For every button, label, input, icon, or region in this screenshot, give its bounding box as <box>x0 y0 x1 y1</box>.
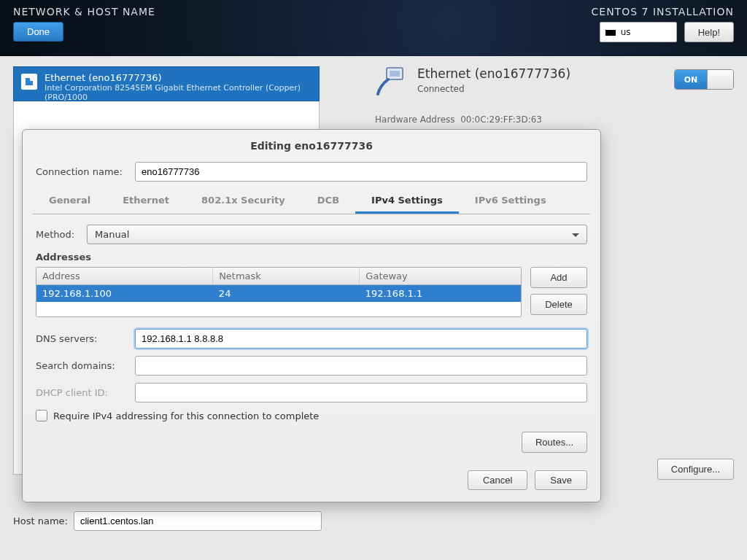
tab-ipv4[interactable]: IPv4 Settings <box>355 189 459 214</box>
interface-title: Ethernet (eno16777736) <box>44 72 311 83</box>
install-title: CENTOS 7 INSTALLATION <box>592 6 734 18</box>
col-address: Address <box>36 268 213 284</box>
hostname-input[interactable] <box>74 511 322 531</box>
dialog-title: Editing eno16777736 <box>36 140 587 152</box>
tab-dcb[interactable]: DCB <box>301 189 355 214</box>
edit-connection-dialog: Editing eno16777736 Connection name: Gen… <box>22 129 601 502</box>
addresses-header: Address Netmask Gateway <box>36 268 521 285</box>
save-button[interactable]: Save <box>535 470 587 490</box>
dialog-tabs: General Ethernet 802.1x Security DCB IPv… <box>33 189 590 214</box>
main-area: Ethernet (eno16777736) Intel Corporation… <box>0 56 747 560</box>
banner-right: CENTOS 7 INSTALLATION us Help! <box>592 6 734 42</box>
interface-list-item[interactable]: Ethernet (eno16777736) Intel Corporation… <box>13 66 320 101</box>
tab-ethernet[interactable]: Ethernet <box>107 189 185 214</box>
address-row[interactable]: 192.168.1.100 24 192.168.1.1 <box>36 285 521 302</box>
screen-title: NETWORK & HOST NAME <box>13 6 578 18</box>
tab-ipv6[interactable]: IPv6 Settings <box>459 189 562 214</box>
hw-addr-value: 00:0C:29:FF:3D:63 <box>460 114 542 125</box>
cell-gateway: 192.168.1.1 <box>360 285 521 302</box>
cell-netmask: 24 <box>213 285 360 302</box>
dhcp-client-id-input <box>135 383 587 402</box>
keyboard-indicator[interactable]: us <box>600 22 677 42</box>
require-ipv4-label: Require IPv4 addressing for this connect… <box>53 411 319 421</box>
hostname-row: Host name: <box>13 511 322 531</box>
interface-state: Connected <box>417 84 570 94</box>
svg-rect-1 <box>390 71 400 77</box>
routes-button[interactable]: Routes... <box>522 432 587 453</box>
method-combo[interactable]: Manual <box>87 225 587 244</box>
help-button[interactable]: Help! <box>684 22 734 42</box>
addresses-table[interactable]: Address Netmask Gateway 192.168.1.100 24… <box>36 267 522 317</box>
address-empty-row[interactable] <box>36 302 521 316</box>
top-banner: NETWORK & HOST NAME Done CENTOS 7 INSTAL… <box>0 0 747 56</box>
interface-subtitle: Intel Corporation 82545EM Gigabit Ethern… <box>44 83 311 102</box>
ethernet-icon <box>21 74 37 90</box>
interface-toggle[interactable]: ON <box>674 69 734 90</box>
col-netmask: Netmask <box>213 268 360 284</box>
connection-name-input[interactable] <box>135 162 587 182</box>
add-address-button[interactable]: Add <box>530 267 587 288</box>
dns-label: DNS servers: <box>36 333 128 344</box>
addresses-label: Addresses <box>36 252 587 262</box>
cancel-button[interactable]: Cancel <box>468 470 527 490</box>
ethernet-large-icon <box>375 66 406 96</box>
hostname-label: Host name: <box>13 516 68 526</box>
keyboard-icon <box>605 28 616 36</box>
interface-name: Ethernet (eno16777736) <box>417 66 570 81</box>
col-gateway: Gateway <box>360 268 521 284</box>
tab-general[interactable]: General <box>33 189 107 214</box>
delete-address-button[interactable]: Delete <box>530 294 587 315</box>
toggle-knob <box>707 70 733 89</box>
require-ipv4-checkbox[interactable] <box>36 410 47 421</box>
method-label: Method: <box>36 229 80 240</box>
configure-button[interactable]: Configure... <box>657 459 734 480</box>
connection-name-label: Connection name: <box>36 166 128 177</box>
done-button[interactable]: Done <box>13 22 63 42</box>
search-domains-input[interactable] <box>135 356 587 376</box>
tab-8021x[interactable]: 802.1x Security <box>185 189 301 214</box>
dhcp-client-id-label: DHCP client ID: <box>36 387 128 398</box>
cell-address: 192.168.1.100 <box>36 285 213 302</box>
banner-left: NETWORK & HOST NAME Done <box>13 6 578 42</box>
toggle-on-label: ON <box>675 70 707 89</box>
search-domains-label: Search domains: <box>36 360 128 371</box>
dns-servers-input[interactable] <box>135 329 587 349</box>
hardware-address: Hardware Address 00:0C:29:FF:3D:63 <box>375 114 734 125</box>
keyboard-layout: us <box>621 27 631 37</box>
hw-addr-label: Hardware Address <box>375 114 455 125</box>
